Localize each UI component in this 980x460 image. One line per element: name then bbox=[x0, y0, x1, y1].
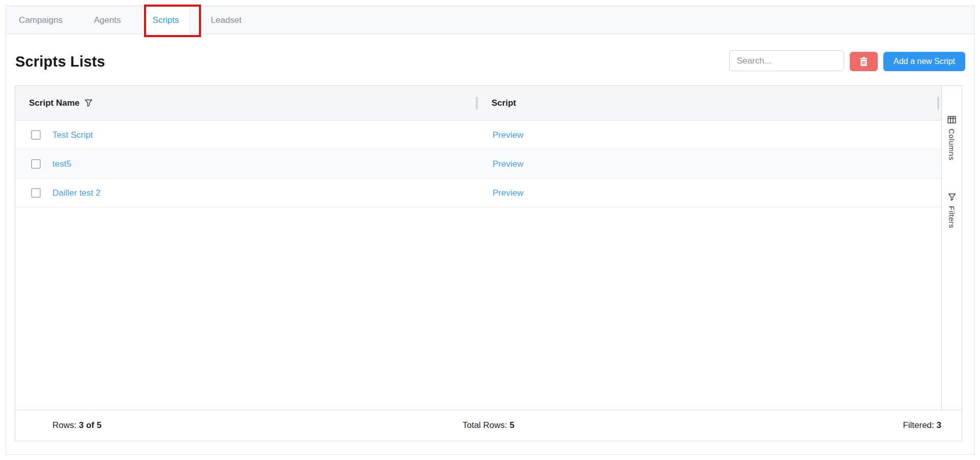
search-input[interactable] bbox=[729, 50, 844, 71]
main-tab-bar: Campaigns Agents Scripts Leadset bbox=[6, 6, 974, 34]
columns-panel-label: Columns bbox=[947, 129, 956, 161]
filtered-count-value: 3 bbox=[937, 420, 941, 430]
row-checkbox[interactable] bbox=[31, 130, 41, 140]
table-row: Dailler test 2 Preview bbox=[15, 178, 941, 207]
tab-campaigns[interactable]: Campaigns bbox=[8, 6, 73, 34]
filtered-count-status: Filtered: 3 bbox=[903, 420, 941, 431]
script-name-link[interactable]: Dailler test 2 bbox=[52, 178, 100, 207]
table-row: Test Script Preview bbox=[15, 120, 941, 149]
table-header-row: Script Name Script bbox=[15, 86, 941, 120]
column-header-script-name[interactable]: Script Name bbox=[29, 86, 93, 120]
table-footer: Rows: 3 of 5 Total Rows: 5 Filtered: 3 bbox=[15, 410, 962, 441]
columns-icon bbox=[947, 115, 956, 124]
tab-agents[interactable]: Agents bbox=[83, 6, 131, 34]
script-name-link[interactable]: test5 bbox=[52, 149, 71, 178]
column-resize-handle[interactable] bbox=[476, 97, 478, 110]
table-empty-area bbox=[15, 207, 941, 410]
total-rows-label: Total Rows: bbox=[463, 420, 507, 430]
tab-leadset[interactable]: Leadset bbox=[200, 6, 252, 34]
total-rows-status: Total Rows: 5 bbox=[15, 420, 962, 431]
scripts-table: Script Name Script bbox=[15, 85, 962, 441]
column-filter-icon[interactable] bbox=[84, 99, 93, 107]
column-header-script-name-label: Script Name bbox=[29, 98, 79, 108]
total-rows-value: 5 bbox=[510, 420, 514, 430]
column-header-script[interactable]: Script bbox=[492, 86, 516, 120]
rows-count-value: 3 of 5 bbox=[79, 420, 101, 430]
table-main: Script Name Script bbox=[15, 86, 941, 410]
columns-panel-toggle[interactable]: Columns bbox=[947, 115, 956, 161]
page-title: Scripts Lists bbox=[15, 53, 105, 70]
add-new-script-button[interactable]: Add a new Script bbox=[883, 52, 965, 71]
trash-icon bbox=[859, 57, 868, 67]
filtered-count-label: Filtered: bbox=[903, 420, 934, 430]
table-row: test5 Preview bbox=[15, 149, 941, 178]
tab-scripts[interactable]: Scripts bbox=[141, 6, 190, 34]
table-side-rail: Columns Filters bbox=[941, 86, 962, 410]
rows-count-status: Rows: 3 of 5 bbox=[52, 420, 101, 431]
app-window: Campaigns Agents Scripts Leadset Scripts… bbox=[6, 6, 974, 455]
filter-icon bbox=[948, 193, 956, 201]
script-preview-link[interactable]: Preview bbox=[493, 149, 523, 178]
filters-panel-toggle[interactable]: Filters bbox=[947, 193, 956, 228]
script-preview-link[interactable]: Preview bbox=[493, 178, 523, 207]
rows-count-label: Rows: bbox=[52, 420, 76, 430]
script-name-link[interactable]: Test Script bbox=[52, 120, 93, 149]
script-preview-link[interactable]: Preview bbox=[493, 120, 523, 149]
filters-panel-label: Filters bbox=[947, 206, 956, 228]
row-checkbox[interactable] bbox=[31, 159, 41, 169]
table-body-area: Script Name Script bbox=[15, 86, 962, 410]
delete-button[interactable] bbox=[850, 52, 878, 71]
row-checkbox[interactable] bbox=[31, 188, 41, 198]
column-header-script-label: Script bbox=[492, 98, 516, 108]
column-resize-handle[interactable] bbox=[937, 97, 939, 110]
